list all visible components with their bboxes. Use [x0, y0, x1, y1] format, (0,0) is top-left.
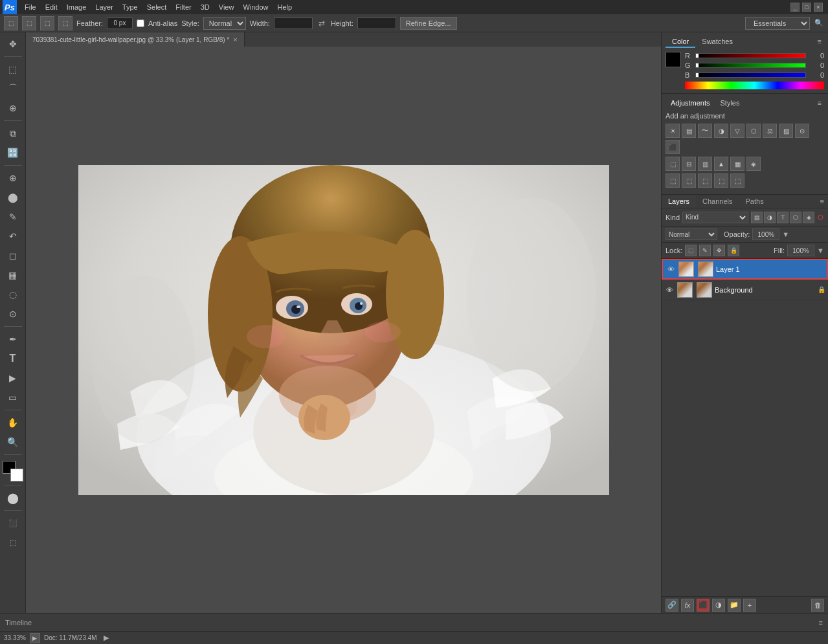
maximize-button[interactable]: □: [802, 3, 811, 12]
color-picker[interactable]: [3, 461, 23, 482]
fill-input[interactable]: [787, 245, 814, 256]
layers-panel-menu[interactable]: ≡: [816, 195, 828, 208]
color-panel-menu[interactable]: ≡: [815, 36, 824, 48]
lock-artboards-icon[interactable]: ✥: [713, 245, 725, 256]
timeline-menu[interactable]: ≡: [819, 619, 823, 627]
styles-tab[interactable]: Styles: [715, 98, 745, 108]
adj-icon-extra-5[interactable]: ⬚: [730, 173, 744, 188]
tab-close-button[interactable]: ×: [233, 36, 237, 43]
paths-tab[interactable]: Paths: [739, 195, 770, 208]
exposure-adj[interactable]: ◑: [714, 124, 728, 138]
new-layer-group-button[interactable]: 📁: [728, 599, 741, 612]
status-arrow[interactable]: ▶: [101, 633, 111, 643]
invert-adj[interactable]: ⊟: [682, 157, 696, 171]
opacity-input[interactable]: [752, 228, 779, 240]
swap-dimensions-icon[interactable]: ⇄: [317, 18, 327, 28]
width-input[interactable]: [274, 17, 313, 29]
background-name[interactable]: Background: [715, 286, 815, 294]
move-tool-button[interactable]: ✥: [4, 35, 22, 53]
refine-edge-button[interactable]: Refine Edge...: [400, 17, 457, 30]
zoom-tool-button[interactable]: 🔍: [4, 433, 22, 451]
rectangular-marquee-button[interactable]: ⬚: [4, 60, 22, 78]
menu-type[interactable]: Type: [118, 2, 142, 12]
quick-mask-button[interactable]: ⬤: [4, 489, 22, 507]
height-input[interactable]: [357, 17, 396, 29]
pen-tool-button[interactable]: ✒: [4, 330, 22, 348]
quick-selection-button[interactable]: ⊕: [4, 99, 22, 117]
threshold-adj[interactable]: ▲: [714, 157, 728, 171]
menu-select[interactable]: Select: [143, 2, 171, 12]
filter-toggle-icon[interactable]: ○: [817, 210, 824, 224]
background-color[interactable]: [10, 469, 23, 482]
canvas-viewport[interactable]: [26, 47, 661, 613]
channels-tab[interactable]: Channels: [696, 195, 739, 208]
layer-1-row[interactable]: 👁 Layer 1: [662, 259, 828, 280]
color-foreground-swatch[interactable]: [666, 52, 681, 67]
screen-mode-button[interactable]: ⬛: [4, 514, 22, 532]
channel-mixer-adj[interactable]: ⬛: [666, 140, 680, 154]
curves-adj[interactable]: 〜: [698, 124, 712, 138]
black-white-adj[interactable]: ▧: [779, 124, 793, 138]
timeline-button[interactable]: ▶: [30, 633, 40, 643]
artboard-button[interactable]: ⬚: [4, 533, 22, 551]
swatches-tab[interactable]: Swatches: [695, 36, 739, 48]
brush-tool-button[interactable]: ⬤: [4, 188, 22, 206]
brightness-contrast-adj[interactable]: ☀: [666, 124, 680, 138]
red-slider[interactable]: [695, 53, 806, 58]
color-tab[interactable]: Color: [666, 36, 695, 48]
shape-tool-button[interactable]: ▭: [4, 388, 22, 406]
fill-arrow[interactable]: ▼: [817, 247, 824, 254]
add-mask-button[interactable]: ⬛: [697, 599, 710, 612]
document-tab[interactable]: 7039381-cute-little-girl-hd-wallpaper.jp…: [26, 32, 245, 47]
adj-icon-extra-4[interactable]: ⬚: [714, 173, 728, 188]
vibrance-adj[interactable]: ▽: [730, 124, 744, 138]
delete-layer-button[interactable]: 🗑: [811, 599, 824, 612]
lock-pixels-icon[interactable]: ⬚: [685, 245, 697, 256]
lock-position-icon[interactable]: ✎: [699, 245, 711, 256]
blue-slider[interactable]: [695, 72, 806, 78]
menu-layer[interactable]: Layer: [91, 2, 117, 12]
adj-icon-extra-1[interactable]: ⬚: [666, 173, 680, 188]
menu-image[interactable]: Image: [63, 2, 91, 12]
history-brush-button[interactable]: ↶: [4, 227, 22, 245]
marquee-options-2[interactable]: ⬚: [22, 16, 36, 30]
gradient-button[interactable]: ▦: [4, 266, 22, 284]
menu-view[interactable]: View: [215, 2, 238, 12]
adj-icon-extra-2[interactable]: ⬚: [682, 173, 696, 188]
style-dropdown[interactable]: Normal: [203, 17, 246, 30]
background-visibility[interactable]: 👁: [664, 285, 675, 295]
menu-help[interactable]: Help: [274, 2, 297, 12]
adjustments-panel-menu[interactable]: ≡: [815, 98, 824, 108]
layer-1-visibility[interactable]: 👁: [666, 264, 676, 274]
levels-adj[interactable]: ▤: [682, 124, 696, 138]
dodge-button[interactable]: ⊙: [4, 305, 22, 323]
close-button[interactable]: ×: [814, 3, 823, 12]
layers-tab[interactable]: Layers: [662, 195, 696, 208]
lasso-tool-button[interactable]: ⌒: [4, 80, 22, 98]
hue-saturation-adj[interactable]: ⬡: [746, 124, 761, 138]
layer-effects-button[interactable]: fx: [681, 599, 694, 612]
clone-stamp-button[interactable]: ✎: [4, 208, 22, 226]
filter-type-icon[interactable]: T: [777, 212, 789, 223]
hand-tool-button[interactable]: ✋: [4, 414, 22, 432]
posterize-adj[interactable]: ▥: [698, 157, 712, 171]
blur-button[interactable]: ◌: [4, 285, 22, 304]
filter-smart-icon[interactable]: ◈: [803, 212, 814, 223]
menu-filter[interactable]: Filter: [172, 2, 195, 12]
anti-alias-checkbox[interactable]: [137, 19, 144, 27]
workspace-dropdown[interactable]: Essentials: [745, 17, 810, 30]
menu-file[interactable]: File: [21, 2, 40, 12]
marquee-options-3[interactable]: ⬚: [40, 16, 54, 30]
adj-icon-extra-3[interactable]: ⬚: [698, 173, 712, 188]
menu-window[interactable]: Window: [239, 2, 272, 12]
filter-adj-icon[interactable]: ◑: [764, 212, 776, 223]
spot-healing-button[interactable]: ⊕: [4, 169, 22, 187]
adjustments-tab[interactable]: Adjustments: [666, 98, 715, 108]
color-lookup-adj[interactable]: ⬚: [666, 157, 680, 171]
feather-input[interactable]: [107, 17, 133, 29]
selective-color-adj[interactable]: ◈: [746, 157, 761, 171]
blend-mode-select[interactable]: Normal: [666, 228, 717, 240]
background-layer-row[interactable]: 👁 Background 🔒: [662, 280, 828, 300]
new-layer-button[interactable]: +: [743, 599, 756, 612]
menu-edit[interactable]: Edit: [41, 2, 62, 12]
